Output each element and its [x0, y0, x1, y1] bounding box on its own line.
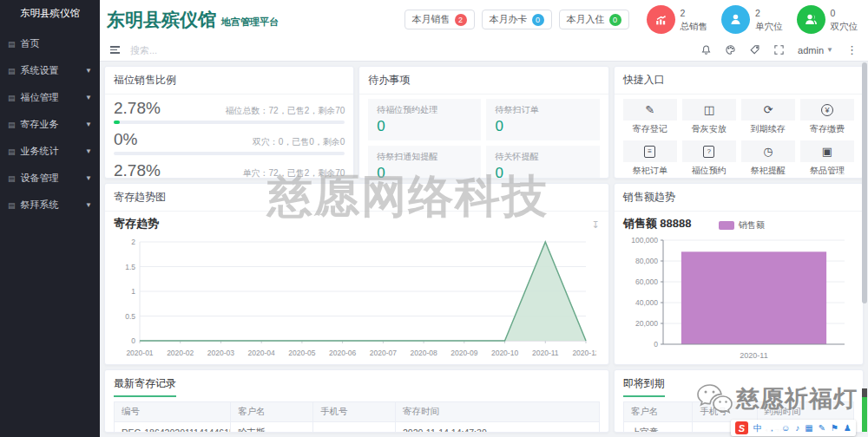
quick-renewal[interactable]: ⟳ 到期续存: [741, 99, 795, 135]
search-input[interactable]: [130, 45, 321, 55]
month-cards-pill[interactable]: 本月办卡 0: [482, 10, 552, 29]
sidebar: 东明县殡仪馆 ▤ 首页 ▤ 系统设置 ▼ ▤ 福位管理 ▼ ▤ 寄存业务 ▼ ▤…: [0, 0, 100, 437]
ratio-body: 2.78% 福位总数：72，已售2，剩余70 0% 双穴：0，已售0，剩余0: [105, 95, 353, 178]
svg-text:2020-11: 2020-11: [532, 349, 559, 357]
sidebar-item-label: 福位管理: [21, 91, 59, 104]
menu-item-icon: ▤: [8, 40, 16, 49]
keyboard-icon[interactable]: ▦: [805, 424, 812, 433]
sidebar-item-niche-management[interactable]: ▤ 福位管理 ▼: [0, 84, 100, 111]
collapse-menu-icon[interactable]: [110, 46, 120, 54]
stat-value: 0: [831, 8, 836, 18]
quick-ashes-placement[interactable]: ◫ 骨灰安放: [682, 99, 736, 135]
tab-expiring[interactable]: 即将到期: [615, 370, 863, 397]
todo-grid: 待福位预约处理 0 待祭扫订单 0 待祭扫通知提醒 0 待关怀提醒 0: [359, 95, 608, 178]
svg-text:2020-10: 2020-10: [491, 349, 518, 357]
quick-niche-reservation[interactable]: ? 福位预约: [682, 140, 736, 177]
chevron-down-icon: ▼: [85, 67, 92, 75]
more-menu-icon[interactable]: ⋮: [846, 43, 858, 56]
menu-item-icon: ▤: [8, 147, 16, 156]
legend-label: 销售额: [739, 219, 765, 232]
quick-storage-payment[interactable]: ¥ 寄存缴费: [800, 99, 854, 135]
stat-value: 2: [755, 8, 760, 18]
todo-item[interactable]: 待关怀提醒 0: [486, 146, 599, 179]
toolbox-icon[interactable]: ♟: [844, 424, 852, 433]
svg-text:0.5: 0.5: [125, 312, 135, 321]
top-header: 东明县殡仪馆 地宫管理平台 本月销售 2 本月办卡 0 本月入住 0: [100, 0, 868, 39]
svg-text:40,000: 40,000: [635, 298, 658, 307]
todo-value: 0: [377, 118, 472, 135]
fullscreen-icon[interactable]: [773, 44, 785, 55]
sidebar-item-home[interactable]: ▤ 首页: [0, 30, 100, 57]
month-sales-pill[interactable]: 本月销售 2: [404, 10, 475, 29]
skin-icon[interactable]: ⚑: [831, 424, 838, 433]
menu-item-icon: ▤: [8, 121, 16, 129]
boxes-icon: ▣: [822, 145, 832, 158]
username: admin: [798, 45, 824, 55]
todo-item[interactable]: 待福位预约处理 0: [368, 99, 481, 140]
quick-sacrifice-reminder[interactable]: ◷ 祭祀提醒: [741, 140, 795, 177]
cell-phone: [313, 422, 396, 434]
sidebar-item-system-settings[interactable]: ▤ 系统设置 ▼: [0, 57, 100, 84]
theme-palette-icon[interactable]: [725, 44, 736, 55]
sogou-logo-icon[interactable]: S: [735, 421, 748, 434]
table-row[interactable]: REG-186420201114144615 哈吉斯 2020-11-14 14…: [115, 422, 600, 434]
total-sales-stat: 2 总销售: [647, 5, 708, 34]
sidebar-item-business-statistics[interactable]: ▤ 业务统计 ▼: [0, 138, 100, 165]
user-menu[interactable]: admin ▼: [798, 45, 833, 55]
quick-storage-register[interactable]: ✎ 寄存登记: [623, 99, 677, 135]
progress-track: [114, 152, 345, 155]
input-mode-icon[interactable]: 中: [753, 424, 762, 433]
deposit-trend-chart: 00.511.522020-012020-022020-032020-04202…: [114, 233, 596, 362]
chevron-down-icon: ▼: [85, 121, 92, 128]
stat-text: 2 单穴位: [755, 7, 783, 31]
header-stats: 2 总销售 2 单穴位: [647, 5, 858, 34]
tab-latest-records[interactable]: 最新寄存记录: [105, 370, 608, 397]
download-icon[interactable]: ↧: [591, 219, 599, 231]
stat-label: 单穴位: [755, 21, 783, 31]
tag-icon[interactable]: [749, 44, 760, 55]
sidebar-item-device-management[interactable]: ▤ 设备管理 ▼: [0, 165, 100, 192]
menu-item-icon: ▤: [8, 67, 16, 75]
dashboard-page: 东明县殡仪馆 ▤ 首页 ▤ 系统设置 ▼ ▤ 福位管理 ▼ ▤ 寄存业务 ▼ ▤…: [0, 0, 868, 437]
svg-text:1: 1: [131, 287, 135, 296]
side-panel-handle[interactable]: [862, 397, 867, 432]
pill-label: 本月销售: [412, 13, 450, 26]
sidebar-item-label: 系统设置: [21, 64, 59, 77]
quick-label: 祭品管理: [800, 165, 854, 177]
trend-chart-body: ↧ 00.511.522020-012020-022020-032020-042…: [105, 232, 608, 364]
col-header: 客户名: [623, 402, 693, 422]
col-header: 手机号: [313, 402, 396, 422]
card-title: 快捷入口: [615, 67, 863, 95]
handwriting-icon[interactable]: ✎: [819, 424, 825, 433]
bell-icon[interactable]: [700, 44, 712, 55]
toolbar: admin ▼ ⋮: [100, 39, 868, 62]
quick-sacrifice-orders[interactable]: ≡ 祭祀订单: [623, 140, 677, 177]
latest-records-card: 最新寄存记录 编号 客户名 手机号 寄存时间 REG-18: [104, 369, 609, 433]
svg-text:2020-06: 2020-06: [329, 349, 356, 357]
todo-item[interactable]: 待祭扫通知提醒 0: [368, 146, 481, 179]
sidebar-item-storage-business[interactable]: ▤ 寄存业务 ▼: [0, 111, 100, 138]
sales-trend-chart: 020,00040,00060,00080,000100,0002020-11: [623, 233, 852, 365]
page-scrollbar[interactable]: [862, 62, 867, 303]
quick-grid: ✎ 寄存登记 ◫ 骨灰安放 ⟳ 到期续存 ¥ 寄存缴费: [615, 95, 863, 178]
month-checkin-pill[interactable]: 本月入住 0: [559, 10, 629, 29]
chart-legend[interactable]: 销售额: [719, 219, 765, 232]
todo-item[interactable]: 待祭扫订单 0: [486, 99, 599, 140]
punctuation-icon[interactable]: ，: [767, 424, 776, 433]
sidebar-item-worship-system[interactable]: ▤ 祭拜系统 ▼: [0, 192, 100, 218]
card-title: 销售额趋势: [615, 184, 863, 212]
ime-toolbar: S 中 ， ☺ ♪ ▦ ✎ ⚑ ♟: [731, 420, 856, 436]
todo-card: 待办事项 待福位预约处理 0 待祭扫订单 0 待祭扫通知提醒 0: [358, 66, 608, 179]
chevron-down-icon: ▼: [85, 174, 92, 182]
ratio-row-double: 0% 双穴：0，已售0，剩余0: [114, 130, 345, 155]
quick-label: 祭祀提醒: [741, 165, 795, 177]
voice-icon[interactable]: ♪: [795, 424, 799, 433]
yen-icon: ¥: [821, 104, 833, 116]
quick-offerings-management[interactable]: ▣ 祭品管理: [800, 140, 854, 177]
todo-value: 0: [495, 118, 590, 135]
col-header: 客户名: [231, 402, 313, 422]
pill-label: 本月入住: [567, 13, 605, 26]
emoji-icon[interactable]: ☺: [781, 424, 790, 433]
sidebar-item-label: 业务统计: [21, 145, 59, 158]
main-area: 东明县殡仪馆 地宫管理平台 本月销售 2 本月办卡 0 本月入住 0: [100, 0, 868, 437]
